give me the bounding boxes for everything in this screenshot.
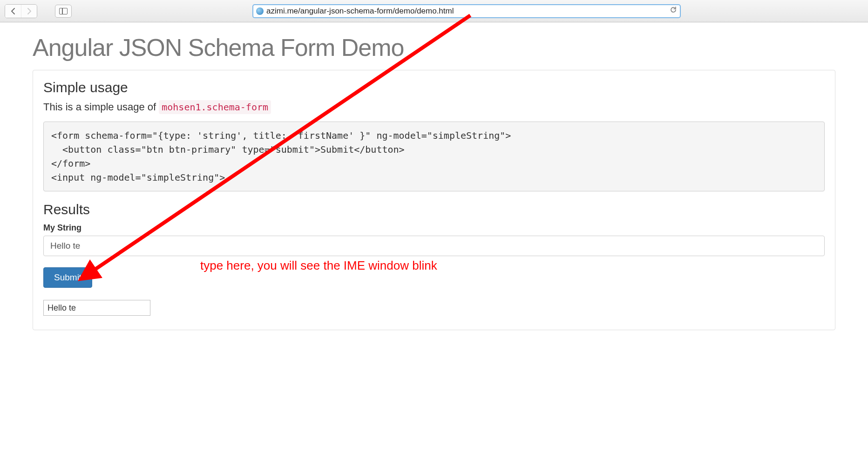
my-string-label: My String [43,223,825,233]
page-title: Angular JSON Schema Form Demo [33,34,835,61]
my-string-input[interactable] [43,236,825,256]
sidebar-icon [59,8,68,14]
browser-toolbar: azimi.me/angular-json-schema-form/demo/d… [0,0,868,22]
results-heading: Results [43,202,825,217]
url-text: azimi.me/angular-json-schema-form/demo/d… [266,7,667,16]
reload-button[interactable] [670,6,677,16]
lead-text: This is a simple usage of mohsen1.schema… [43,101,825,113]
address-bar[interactable]: azimi.me/angular-json-schema-form/demo/d… [252,4,681,18]
back-button[interactable] [5,5,21,18]
lead-code: mohsen1.schema-form [159,100,271,114]
globe-icon [256,7,264,15]
nav-button-group [5,4,37,18]
demo-panel: Simple usage This is a simple usage of m… [33,70,835,330]
chevron-left-icon [10,7,16,15]
chevron-right-icon [27,7,32,15]
simple-usage-heading: Simple usage [43,80,825,95]
code-example: <form schema-form="{type: 'string', titl… [43,122,825,191]
mirror-input[interactable] [43,300,150,316]
page-content: Angular JSON Schema Form Demo Simple usa… [0,22,868,341]
reload-icon [670,6,677,14]
forward-button[interactable] [21,5,37,18]
lead-prefix: This is a simple usage of [43,101,159,113]
show-sidebar-button[interactable] [55,5,72,18]
submit-button[interactable]: Submit [43,267,92,288]
